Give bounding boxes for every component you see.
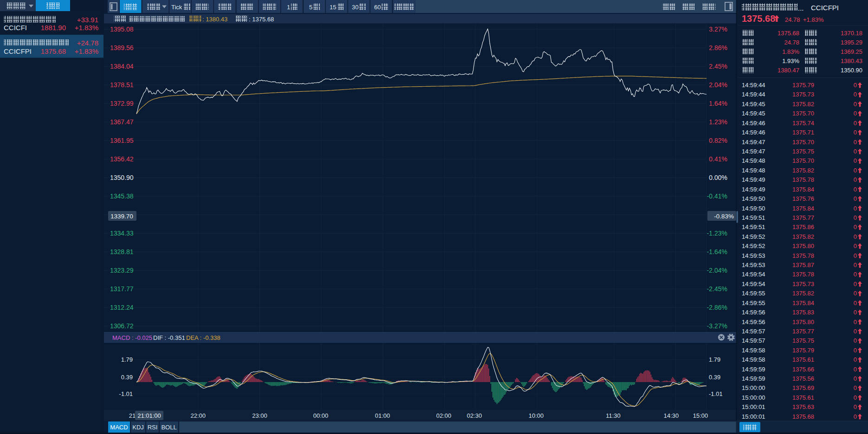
- svg-text:1375.66: 1375.66: [792, 366, 814, 373]
- svg-text:BOLL: BOLL: [161, 424, 176, 431]
- svg-text:1345.38: 1345.38: [110, 192, 134, 200]
- svg-text:DEA : -0.338: DEA : -0.338: [186, 334, 220, 341]
- svg-text:0: 0: [854, 356, 857, 363]
- svg-text:0: 0: [854, 148, 857, 155]
- svg-text:0: 0: [854, 394, 857, 401]
- svg-text:14:59:58: 14:59:58: [742, 347, 765, 354]
- svg-text:15:00:01: 15:00:01: [742, 403, 765, 410]
- svg-text:1306.72: 1306.72: [110, 322, 134, 330]
- svg-text:21:01:00: 21:01:00: [137, 412, 161, 419]
- svg-text:14:59:45: 14:59:45: [742, 101, 765, 108]
- svg-text:2.04%: 2.04%: [709, 81, 727, 89]
- svg-text:1323.29: 1323.29: [110, 267, 134, 274]
- svg-text:1.79: 1.79: [121, 356, 133, 363]
- svg-text:14:59:57: 14:59:57: [742, 328, 765, 335]
- svg-text:1.23%: 1.23%: [709, 118, 727, 126]
- svg-text:1375.82: 1375.82: [792, 290, 814, 297]
- svg-text:0.39: 0.39: [121, 374, 133, 381]
- svg-text:02:30: 02:30: [467, 412, 482, 419]
- svg-text:1375.76: 1375.76: [792, 195, 814, 202]
- svg-text:0: 0: [854, 375, 857, 382]
- svg-text:14:59:54: 14:59:54: [742, 271, 765, 278]
- svg-text:1328.81: 1328.81: [110, 248, 134, 255]
- svg-text:0: 0: [854, 262, 857, 268]
- svg-text:00:00: 00:00: [313, 412, 329, 419]
- svg-text:1375.77: 1375.77: [792, 214, 814, 221]
- svg-text:0: 0: [854, 403, 857, 410]
- svg-text:14:59:50: 14:59:50: [742, 205, 765, 212]
- svg-text:0: 0: [854, 91, 857, 98]
- svg-text:1375.84: 1375.84: [792, 300, 814, 306]
- svg-text:0: 0: [854, 110, 857, 117]
- svg-text:14:59:45: 14:59:45: [742, 110, 765, 117]
- svg-text:MACD : -0.025: MACD : -0.025: [112, 334, 152, 341]
- svg-text:1378.51: 1378.51: [110, 81, 134, 89]
- svg-text:1375.70: 1375.70: [792, 157, 814, 164]
- svg-text:1395.08: 1395.08: [110, 26, 134, 33]
- svg-text:0: 0: [854, 252, 857, 259]
- svg-text:1375.69: 1375.69: [792, 384, 814, 391]
- svg-text:15:00: 15:00: [693, 412, 708, 419]
- svg-text:-1.64%: -1.64%: [707, 248, 727, 255]
- svg-text:1375.75: 1375.75: [792, 148, 814, 155]
- svg-text:1375.70: 1375.70: [792, 139, 814, 146]
- svg-text:0.41%: 0.41%: [709, 155, 727, 163]
- svg-text:0: 0: [854, 347, 857, 354]
- svg-text:14:59:48: 14:59:48: [742, 167, 765, 174]
- svg-text:14:59:51: 14:59:51: [742, 223, 765, 230]
- svg-text:2.45%: 2.45%: [709, 63, 727, 70]
- svg-text:0: 0: [854, 290, 857, 297]
- svg-text:0.39: 0.39: [709, 374, 720, 381]
- svg-text:1375.84: 1375.84: [792, 186, 814, 193]
- svg-text:1375.61: 1375.61: [792, 356, 814, 363]
- svg-text:1375.68: 1375.68: [777, 30, 799, 37]
- svg-text:14:59:46: 14:59:46: [742, 129, 765, 136]
- svg-text:14:59:46: 14:59:46: [742, 120, 765, 127]
- svg-text:14:59:51: 14:59:51: [742, 214, 765, 221]
- svg-text:-2.45%: -2.45%: [707, 285, 727, 293]
- svg-text:0: 0: [854, 82, 857, 89]
- svg-text:14:30: 14:30: [664, 412, 679, 419]
- svg-text:14:59:53: 14:59:53: [742, 252, 765, 259]
- svg-text:1350.90: 1350.90: [841, 67, 862, 74]
- svg-text:0: 0: [854, 195, 857, 202]
- svg-text:...: ...: [798, 4, 804, 12]
- svg-text:0: 0: [854, 337, 857, 344]
- svg-text:1375.68: 1375.68: [792, 413, 814, 420]
- svg-text:01:00: 01:00: [375, 412, 390, 419]
- svg-text:1372.99: 1372.99: [110, 100, 134, 107]
- svg-text:0: 0: [854, 309, 857, 316]
- svg-text:1369.25: 1369.25: [841, 48, 862, 55]
- svg-text:1.64%: 1.64%: [709, 100, 727, 107]
- svg-text:14:59:52: 14:59:52: [742, 243, 765, 249]
- svg-text:14:59:44: 14:59:44: [742, 82, 765, 89]
- svg-text:1375.79: 1375.79: [792, 82, 814, 89]
- svg-text:KDJ: KDJ: [132, 424, 144, 431]
- svg-text:1375.87: 1375.87: [792, 262, 814, 268]
- svg-text:1380.47: 1380.47: [777, 67, 799, 74]
- svg-text:0: 0: [854, 281, 857, 287]
- svg-text:14:59:55: 14:59:55: [742, 300, 765, 306]
- svg-text:1356.42: 1356.42: [110, 155, 134, 163]
- svg-text:-1.01: -1.01: [709, 390, 723, 397]
- svg-text:MACD: MACD: [110, 424, 128, 431]
- svg-text:3.27%: 3.27%: [709, 26, 727, 33]
- svg-text:0: 0: [854, 101, 857, 108]
- svg-text:-1.01: -1.01: [119, 390, 133, 397]
- svg-text:1375.79: 1375.79: [792, 347, 814, 354]
- svg-text:1375.86: 1375.86: [792, 223, 814, 230]
- svg-text:1.79: 1.79: [709, 356, 720, 363]
- svg-text:-2.86%: -2.86%: [707, 304, 727, 311]
- svg-text:2.86%: 2.86%: [709, 44, 727, 51]
- svg-text:+1.83%: +1.83%: [75, 24, 98, 32]
- svg-text:10:00: 10:00: [529, 412, 544, 419]
- svg-text:14:59:49: 14:59:49: [742, 176, 765, 183]
- svg-text:1375.75: 1375.75: [792, 337, 814, 344]
- svg-text:1370.18: 1370.18: [841, 30, 862, 37]
- svg-text:14:59:53: 14:59:53: [742, 262, 765, 268]
- svg-text:1367.47: 1367.47: [110, 118, 134, 126]
- svg-text:: 1380.43: : 1380.43: [202, 16, 227, 23]
- svg-text:0: 0: [854, 205, 857, 212]
- svg-text:1375.82: 1375.82: [792, 101, 814, 108]
- svg-text:1375.74: 1375.74: [792, 120, 814, 127]
